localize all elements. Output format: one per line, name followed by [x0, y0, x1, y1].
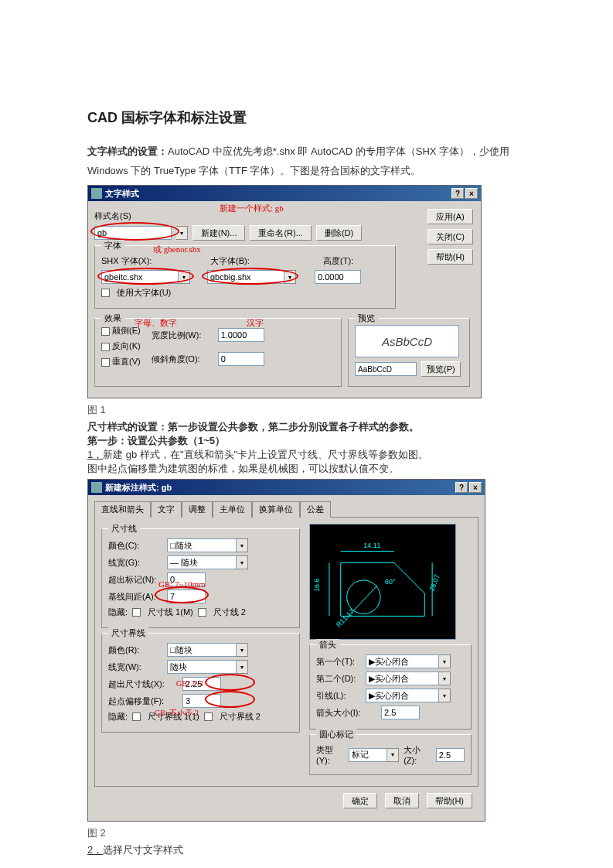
offset-label: 起点偏移量(F):: [108, 695, 178, 707]
delete-button[interactable]: 删除(D): [316, 225, 362, 241]
use-bigfont-checkbox[interactable]: [101, 289, 110, 297]
mid-line4: 图中起点偏移量为建筑图的标准，如果是机械图，可以按默认值不变。: [87, 462, 526, 476]
center-group: 圆心标记 类型(Y): 标记▾ 大小(Z): 2.5: [309, 734, 472, 775]
arrowsize-field[interactable]: 2.5: [381, 706, 420, 719]
tab-row: 直线和箭头 文字 调整 主单位 换算单位 公差: [94, 501, 478, 518]
font-group-title: 字体: [101, 240, 124, 251]
dialog2-title: 新建标注样式: gb: [105, 482, 172, 494]
baseline-field[interactable]: 7: [167, 589, 206, 603]
cad-preview: 14.11 16.6 28.07 R11.17 60°: [309, 524, 456, 640]
mid-line3-body: 新建 gb 样式，在"直线和箭头"卡片上设置尺寸线、尺寸界线等参数如图。: [103, 449, 428, 460]
page-title: CAD 国标字体和标注设置: [87, 108, 526, 127]
leader-field[interactable]: ▶ 实心闭合: [366, 689, 439, 702]
extlw-dd[interactable]: ▾: [237, 660, 248, 674]
center-type-field[interactable]: 标记: [349, 748, 387, 762]
arrow1-dd[interactable]: ▾: [439, 654, 451, 668]
apply-button[interactable]: 应用(A): [427, 209, 473, 224]
ext-color-label: 颜色(R):: [108, 644, 162, 656]
help-button[interactable]: 帮助(H): [427, 249, 473, 265]
reverse-lbl: 反向(K): [112, 341, 141, 350]
extcolor-dd[interactable]: ▾: [237, 643, 248, 657]
shx-font-field[interactable]: gbeitc.shx: [101, 270, 179, 284]
ext-color-field[interactable]: □ 随块: [167, 643, 237, 657]
lw-dd[interactable]: ▾: [237, 555, 248, 569]
ext-lw-field[interactable]: 随块: [167, 660, 237, 674]
big-font-field[interactable]: gbcbig.shx: [207, 270, 284, 284]
dim-line-group: 尺寸线 颜色(C):□ 随块▾ 线宽(G):— 随块▾ 超出标记(N):0 基线…: [101, 528, 300, 628]
app-icon: [91, 188, 102, 199]
cancel-button[interactable]: 取消: [385, 793, 419, 808]
line5-body: 选择尺寸文字样式: [103, 844, 183, 856]
tab-lines-arrows[interactable]: 直线和箭头: [94, 501, 151, 518]
shx-dd[interactable]: ▾: [179, 270, 190, 284]
close-icon[interactable]: ×: [465, 188, 478, 199]
suppext1-chk[interactable]: [132, 713, 141, 721]
arrow-title: 箭头: [316, 639, 339, 651]
line5-num: 2，: [87, 844, 103, 856]
titlebar2: 新建标注样式: gb ? ×: [88, 480, 485, 495]
big-dd[interactable]: ▾: [284, 270, 296, 284]
centertype-dd[interactable]: ▾: [387, 748, 399, 762]
supp1-chk[interactable]: [132, 608, 141, 617]
rename-button[interactable]: 重命名(R)...: [250, 225, 311, 241]
oblique-field[interactable]: 0: [218, 352, 264, 366]
preview-button[interactable]: 预览(P): [421, 361, 461, 377]
help-icon[interactable]: ?: [451, 188, 464, 199]
close-icon2[interactable]: ×: [469, 482, 482, 493]
svg-text:28.07: 28.07: [428, 574, 441, 593]
reverse-chk[interactable]: [101, 343, 110, 351]
help-icon2[interactable]: ?: [455, 482, 468, 493]
tab-alt[interactable]: 换算单位: [252, 501, 300, 518]
style-name-input[interactable]: gb: [94, 226, 172, 240]
tab-text[interactable]: 文字: [151, 501, 182, 518]
center-size-label: 大小(Z):: [404, 744, 431, 765]
figure-1-caption: 图 1: [87, 403, 526, 417]
color-label: 颜色(C):: [108, 540, 162, 552]
text-style-dialog: 文字样式 ? × 应用(A) 关闭(C) 帮助(H) 新建一个样式: gb 样式…: [87, 185, 482, 398]
annot-or: 或 gbenor.shx: [153, 244, 201, 255]
line5: 2，选择尺寸文字样式: [87, 843, 526, 857]
arrow2-dd[interactable]: ▾: [439, 672, 451, 685]
ext-line-title: 尺寸界线: [108, 627, 148, 639]
lw-field[interactable]: — 随块: [167, 555, 237, 569]
help2-button[interactable]: 帮助(H): [427, 793, 472, 808]
style-dd[interactable]: ▾: [176, 226, 188, 240]
tab-fit[interactable]: 调整: [182, 501, 213, 518]
annot-new-style: 新建一个样式: gb: [220, 203, 284, 214]
arrow2-field[interactable]: ▶ 实心闭合: [366, 672, 439, 685]
ext-line-group: 尺寸界线 颜色(R):□ 随块▾ 线宽(W):随块▾ 超出尺寸线(X): 2.2…: [101, 633, 300, 733]
lw-label: 线宽(G):: [108, 557, 162, 569]
new-button[interactable]: 新建(N)...: [192, 225, 245, 241]
color-field[interactable]: □ 随块: [167, 538, 237, 552]
arrow1-field[interactable]: ▶ 实心闭合: [366, 654, 439, 668]
suppext2-chk[interactable]: [204, 713, 213, 721]
upside-lbl: 颠倒(E): [112, 326, 141, 335]
extbeyond-label: 超出标记(N):: [108, 574, 162, 586]
oblique-label: 倾斜角度(O):: [152, 354, 213, 365]
height-label: 高度(T):: [323, 255, 353, 267]
supp2-chk[interactable]: [198, 608, 206, 617]
offset-field[interactable]: 3: [182, 694, 221, 708]
effect-title: 效果: [101, 313, 124, 324]
vertical-lbl: 垂直(V): [112, 357, 141, 366]
annot-ext: GB: 2~3: [176, 679, 203, 688]
tab-primary[interactable]: 主单位: [213, 501, 252, 518]
annot-baseline: GB: 7~10mm: [158, 579, 206, 589]
preview-small: AaBbCcD: [355, 362, 417, 376]
big-font-label: 大字体(B):: [210, 255, 288, 267]
vertical-chk[interactable]: [101, 358, 110, 367]
height-field[interactable]: 0.0000: [315, 270, 361, 284]
use-bigfont-label: 使用大字体(U): [117, 287, 171, 299]
dimstyle-dialog: 新建标注样式: gb ? × 直线和箭头 文字 调整 主单位 换算单位 公差 尺…: [87, 479, 485, 822]
upside-chk[interactable]: [101, 327, 110, 336]
leader-label: 引线(L):: [316, 690, 361, 702]
tab-tol[interactable]: 公差: [300, 501, 331, 518]
ok-button[interactable]: 确定: [343, 793, 377, 808]
leader-dd[interactable]: ▾: [439, 689, 451, 702]
color-dd[interactable]: ▾: [237, 538, 248, 552]
svg-point-0: [347, 580, 380, 613]
intro-lead: 文字样式的设置：: [87, 145, 168, 157]
center-size-field[interactable]: 2.5: [436, 748, 465, 762]
width-field[interactable]: 1.0000: [218, 328, 264, 342]
mid-line2: 第一步：设置公共参数（1~5）: [87, 434, 526, 448]
